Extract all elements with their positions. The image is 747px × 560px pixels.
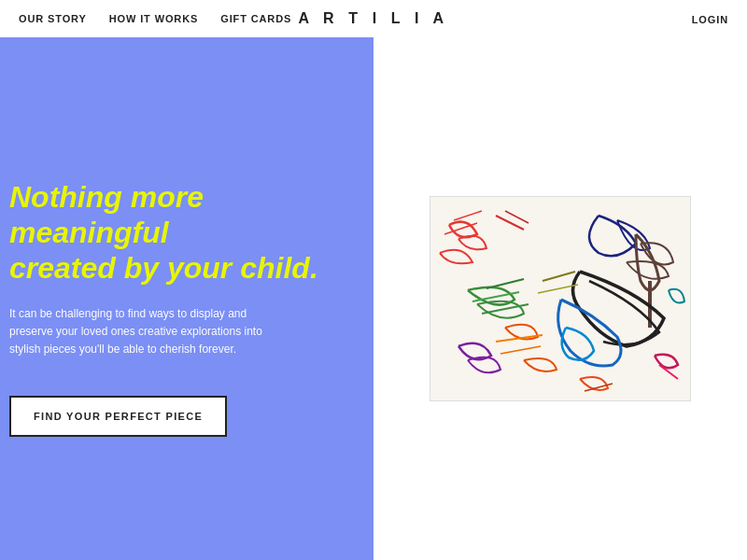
hero-headline: Nothing more meaningfulcreated by your c… [9,179,355,287]
nav-login[interactable]: LOGIN [692,14,728,25]
nav-how-it-works[interactable]: HOW IT WORKS [109,13,199,24]
svg-rect-0 [430,197,691,401]
hero-section: Nothing more meaningfulcreated by your c… [0,37,747,560]
nav-our-story[interactable]: OUR STORY [19,13,87,24]
hero-left-panel: Nothing more meaningfulcreated by your c… [0,37,374,560]
hero-subtext: It can be challenging to find ways to di… [9,305,271,359]
nav-left: OUR STORY HOW IT WORKS GIFT CARDS [19,13,291,24]
hero-right-panel [374,37,747,560]
navbar: OUR STORY HOW IT WORKS GIFT CARDS A R T … [0,0,747,37]
hero-cta-button[interactable]: FIND YOUR PERFECT PIECE [9,396,227,437]
nav-gift-cards[interactable]: GIFT CARDS [220,13,291,24]
nav-right: LOGIN [692,10,728,27]
brand-logo[interactable]: A R T I L I A [298,10,448,27]
child-artwork-image [430,196,691,401]
